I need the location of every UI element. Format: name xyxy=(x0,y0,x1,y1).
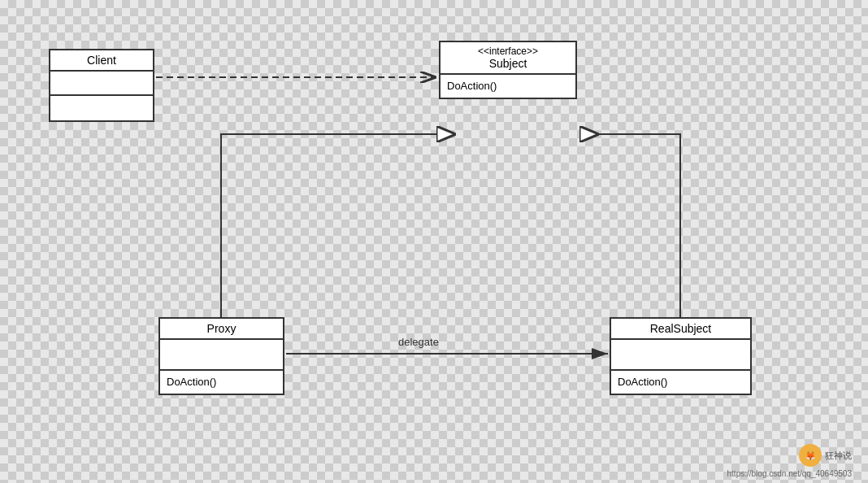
subject-method: DoAction() xyxy=(441,75,575,98)
subject-name: Subject xyxy=(489,57,527,70)
client-section-1 xyxy=(50,72,153,96)
proxy-implements-arrow xyxy=(221,134,436,317)
realsubject-box: RealSubject DoAction() xyxy=(610,317,752,395)
client-name: Client xyxy=(87,54,116,67)
realsubject-method: DoAction() xyxy=(611,371,750,394)
client-header: Client xyxy=(50,50,153,72)
subject-stereotype: <<interface>> xyxy=(447,46,569,57)
proxy-name: Proxy xyxy=(207,322,237,335)
realsubject-name: RealSubject xyxy=(650,322,712,335)
subject-header: <<interface>> Subject xyxy=(441,42,575,75)
subject-box: <<interface>> Subject DoAction() xyxy=(439,41,577,99)
proxy-header: Proxy xyxy=(160,319,283,340)
realsubject-empty-section xyxy=(611,340,750,371)
proxy-method: DoAction() xyxy=(160,371,283,394)
realsubject-header: RealSubject xyxy=(611,319,750,340)
client-section-2 xyxy=(50,96,153,120)
watermark-name: 狂神说 xyxy=(825,450,852,462)
proxy-box: Proxy DoAction() xyxy=(158,317,284,395)
watermark: 🦊 狂神说 xyxy=(799,444,852,467)
delegate-label: delegate xyxy=(398,336,439,348)
proxy-empty-section xyxy=(160,340,283,371)
client-box: Client xyxy=(49,49,154,122)
watermark-icon: 🦊 xyxy=(799,444,822,467)
diagram-container: Client <<interface>> Subject DoAction() … xyxy=(0,0,868,483)
realsubject-implements-arrow xyxy=(579,134,680,317)
watermark-url: https://blog.csdn.net/qq_40649503 xyxy=(727,469,852,478)
